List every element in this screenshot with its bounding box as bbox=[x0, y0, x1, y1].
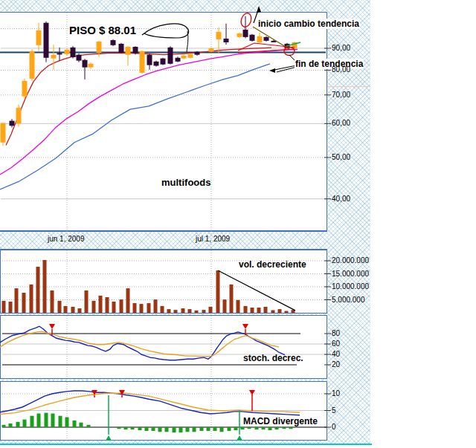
y-axis-label-stoch: 60 bbox=[332, 340, 340, 348]
y-axis-label-price: 40,00 bbox=[332, 195, 350, 203]
stochastic-panel bbox=[0, 315, 327, 379]
trend-change-start-annotation: inicio cambio tendencia bbox=[257, 19, 360, 29]
chart-workspace: PISO $ 88.01 inicio cambio tendencia fin… bbox=[0, 0, 476, 448]
y-axis-label-macd: 10 bbox=[332, 390, 340, 397]
y-axis-label-volume: 5.000.000 bbox=[332, 296, 365, 304]
stochastic-annotation: stoch. decrec. bbox=[243, 353, 303, 363]
trend-end-annotation: fin de tendencia bbox=[295, 59, 364, 69]
macd-annotation: MACD divergente bbox=[242, 416, 319, 426]
y-axis-label-volume: 20.000.000 bbox=[332, 257, 369, 264]
y-axis-label-stoch: 80 bbox=[332, 330, 340, 337]
y-axis-label-price: 60,00 bbox=[332, 120, 350, 127]
y-axis-label-macd: 5 bbox=[332, 407, 336, 415]
macd-panel bbox=[0, 381, 327, 441]
symbol-name-annotation: multifoods bbox=[161, 177, 210, 188]
y-axis-label-stoch: 40 bbox=[332, 351, 340, 358]
y-axis-label-price: 90,00 bbox=[332, 45, 350, 52]
y-axis-label-volume: 15.000.000 bbox=[332, 270, 369, 278]
x-axis-label-jul: jul 1, 2009 bbox=[196, 236, 230, 243]
volume-annotation: vol. decreciente bbox=[239, 259, 306, 270]
y-axis-label-price: 70,00 bbox=[332, 91, 350, 99]
support-price-annotation: PISO $ 88.01 bbox=[69, 24, 136, 36]
y-axis-label-volume: 10.000.000 bbox=[332, 283, 369, 290]
price-panel bbox=[0, 12, 327, 231]
y-axis-label-price: 50,00 bbox=[332, 154, 350, 161]
y-axis-label-macd: 0 bbox=[332, 423, 336, 431]
x-axis-label-jun: jun 1, 2009 bbox=[48, 236, 85, 243]
y-axis-label-price: 80,00 bbox=[332, 66, 350, 74]
y-axis-label-stoch: 20 bbox=[332, 361, 340, 369]
margin-pink-line bbox=[327, 86, 370, 87]
bottom-cyan-rule bbox=[0, 444, 372, 445]
